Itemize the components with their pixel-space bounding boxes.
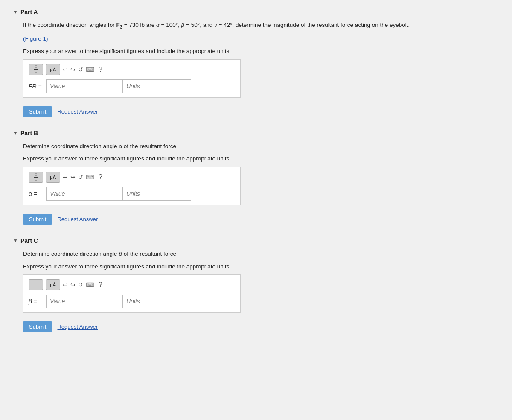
mu-a-button-a[interactable]: μÅ bbox=[46, 64, 60, 75]
part-c-input-label: β = bbox=[29, 298, 44, 305]
undo-button-b[interactable]: ↩ bbox=[63, 174, 68, 181]
part-c-header: ▼ Part C bbox=[13, 237, 499, 244]
part-c-action-row: Submit Request Answer bbox=[23, 321, 499, 332]
undo-button-a[interactable]: ↩ bbox=[63, 66, 68, 73]
help-button-c[interactable]: ? bbox=[99, 281, 102, 289]
part-c-instructions: Express your answer to three significant… bbox=[23, 262, 499, 271]
part-a-toolbar: □ □ μÅ ↩ ↪ ↺ ⌨ ? bbox=[29, 64, 235, 75]
part-a-header: ▼ Part A bbox=[13, 9, 499, 15]
redo-button-c[interactable]: ↪ bbox=[70, 281, 76, 288]
part-c-value-input[interactable] bbox=[46, 295, 123, 308]
part-b-chevron[interactable]: ▼ bbox=[13, 130, 18, 136]
part-b-value-input[interactable] bbox=[46, 187, 123, 201]
fraction-button-b[interactable]: □ □ bbox=[29, 172, 43, 183]
part-a-figure-ref: (Figure 1) bbox=[23, 34, 499, 44]
part-b-input-label: α = bbox=[29, 190, 44, 197]
part-b-request-answer-link[interactable]: Request Answer bbox=[57, 216, 98, 222]
page: ▼ Part A If the coordinate direction ang… bbox=[0, 0, 512, 420]
refresh-button-c[interactable]: ↺ bbox=[78, 281, 83, 288]
part-c-toolbar: □ □ μÅ ↩ ↪ ↺ ⌨ ? bbox=[29, 279, 235, 290]
part-a-submit-button[interactable]: Submit bbox=[23, 106, 52, 117]
part-a-request-answer-link[interactable]: Request Answer bbox=[57, 108, 98, 115]
figure-link-a[interactable]: (Figure 1) bbox=[23, 35, 48, 42]
part-a-section: ▼ Part A If the coordinate direction ang… bbox=[13, 9, 499, 117]
part-b-units-input[interactable] bbox=[123, 187, 191, 201]
part-b-problem-text: Determine coordinate direction angle α o… bbox=[23, 142, 499, 151]
redo-button-b[interactable]: ↪ bbox=[70, 174, 76, 181]
part-a-title: Part A bbox=[20, 9, 38, 15]
part-c-chevron[interactable]: ▼ bbox=[13, 238, 18, 244]
part-c-body: Determine coordinate direction angle β o… bbox=[23, 249, 499, 332]
keyboard-button-c[interactable]: ⌨ bbox=[86, 281, 94, 288]
refresh-button-b[interactable]: ↺ bbox=[78, 174, 83, 181]
part-c-submit-button[interactable]: Submit bbox=[23, 321, 52, 332]
mu-a-button-b[interactable]: μÅ bbox=[46, 172, 60, 183]
undo-button-c[interactable]: ↩ bbox=[63, 281, 68, 288]
part-b-toolbar: □ □ μÅ ↩ ↪ ↺ ⌨ ? bbox=[29, 172, 235, 183]
fraction-icon-a: □ □ bbox=[34, 65, 38, 74]
part-b-title: Part B bbox=[20, 130, 38, 137]
part-a-value-input[interactable] bbox=[46, 79, 123, 93]
part-c-problem-text: Determine coordinate direction angle β o… bbox=[23, 249, 499, 259]
part-a-instructions: Express your answer to three significant… bbox=[23, 47, 499, 56]
fraction-button-a[interactable]: □ □ bbox=[29, 64, 43, 75]
help-button-a[interactable]: ? bbox=[99, 66, 102, 73]
help-button-b[interactable]: ? bbox=[99, 173, 102, 181]
part-c-units-input[interactable] bbox=[123, 295, 191, 308]
part-a-chevron[interactable]: ▼ bbox=[13, 9, 18, 15]
part-b-answer-box: □ □ μÅ ↩ ↪ ↺ ⌨ ? α = bbox=[23, 167, 241, 205]
keyboard-button-a[interactable]: ⌨ bbox=[86, 66, 94, 73]
part-b-section: ▼ Part B Determine coordinate direction … bbox=[13, 130, 499, 225]
part-b-submit-button[interactable]: Submit bbox=[23, 214, 52, 225]
part-a-body: If the coordinate direction angles for F… bbox=[23, 20, 499, 117]
part-b-instructions: Express your answer to three significant… bbox=[23, 154, 499, 163]
fraction-icon-c: □ □ bbox=[34, 280, 38, 289]
keyboard-button-b[interactable]: ⌨ bbox=[86, 174, 94, 181]
part-a-formula: F3 bbox=[116, 22, 122, 28]
part-b-action-row: Submit Request Answer bbox=[23, 214, 499, 225]
mu-a-label-b: μÅ bbox=[50, 175, 56, 180]
part-a-problem-text: If the coordinate direction angles for F… bbox=[23, 20, 499, 31]
part-c-request-answer-link[interactable]: Request Answer bbox=[57, 324, 98, 330]
part-a-action-row: Submit Request Answer bbox=[23, 106, 499, 117]
mu-a-button-c[interactable]: μÅ bbox=[46, 279, 60, 290]
mu-a-label-c: μÅ bbox=[50, 282, 56, 287]
fraction-button-c[interactable]: □ □ bbox=[29, 279, 43, 290]
part-b-input-row: α = bbox=[29, 187, 235, 201]
part-a-units-input[interactable] bbox=[123, 79, 191, 93]
redo-button-a[interactable]: ↪ bbox=[70, 66, 76, 73]
part-b-body: Determine coordinate direction angle α o… bbox=[23, 142, 499, 225]
part-c-answer-box: □ □ μÅ ↩ ↪ ↺ ⌨ ? β = bbox=[23, 274, 241, 313]
part-c-input-row: β = bbox=[29, 295, 235, 308]
part-a-answer-box: □ □ μÅ ↩ ↪ ↺ ⌨ ? FR = bbox=[23, 59, 241, 98]
part-c-title: Part C bbox=[20, 237, 38, 244]
refresh-button-a[interactable]: ↺ bbox=[78, 66, 83, 73]
part-a-input-label: FR = bbox=[29, 83, 44, 90]
fraction-icon-b: □ □ bbox=[34, 173, 38, 182]
mu-a-label-a: μÅ bbox=[50, 67, 56, 72]
part-a-input-row: FR = bbox=[29, 79, 235, 93]
part-c-section: ▼ Part C Determine coordinate direction … bbox=[13, 237, 499, 332]
part-b-header: ▼ Part B bbox=[13, 130, 499, 137]
